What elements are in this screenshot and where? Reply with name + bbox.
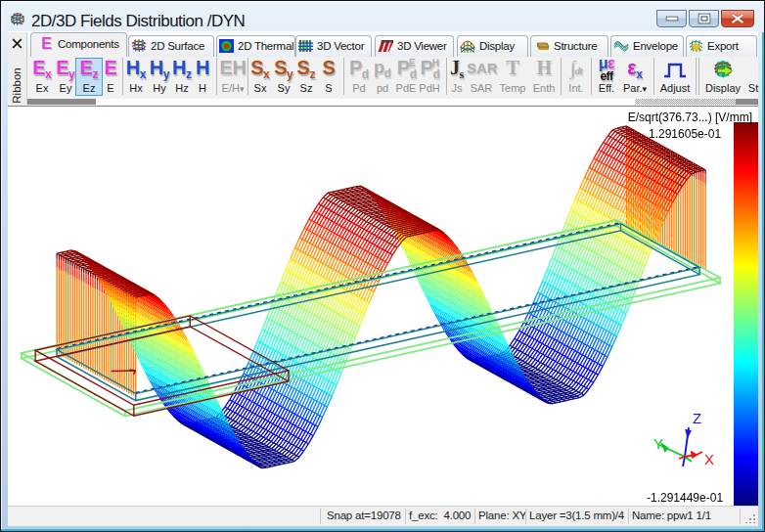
svg-text:Y: Y bbox=[653, 435, 663, 452]
svg-text:X: X bbox=[704, 451, 714, 467]
svg-text:Z: Z bbox=[693, 410, 701, 426]
